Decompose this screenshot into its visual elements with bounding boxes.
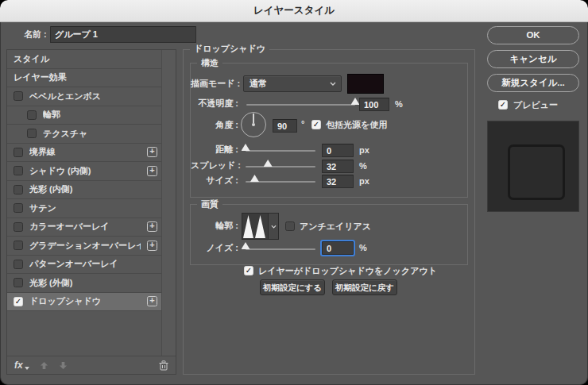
sidebar-item[interactable]: レイヤー効果 bbox=[7, 69, 162, 88]
effect-checkbox[interactable] bbox=[14, 222, 23, 232]
distance-slider-thumb[interactable] bbox=[242, 144, 250, 151]
sidebar-item[interactable]: 光彩 (外側) bbox=[7, 274, 162, 293]
name-input[interactable] bbox=[50, 26, 196, 43]
contour-label: 輪郭 : bbox=[191, 221, 238, 231]
noise-input[interactable] bbox=[322, 241, 354, 255]
effect-checkbox[interactable] bbox=[14, 278, 23, 287]
size-label: サイズ : bbox=[191, 175, 238, 186]
effect-checkbox[interactable] bbox=[14, 148, 23, 157]
preview-label: プレビュー bbox=[513, 100, 558, 110]
contour-picker[interactable] bbox=[242, 213, 279, 240]
move-up-icon[interactable] bbox=[40, 361, 48, 370]
sidebar-item[interactable]: シャドウ (内側) bbox=[7, 162, 162, 181]
add-effect-instance-icon[interactable] bbox=[147, 296, 157, 306]
effect-checkbox[interactable] bbox=[14, 91, 23, 101]
sidebar-item[interactable]: テクスチャ bbox=[7, 125, 162, 144]
sidebar-item-label: ベベルとエンボス bbox=[29, 90, 157, 102]
distance-unit: px bbox=[359, 145, 369, 156]
effect-checkbox[interactable] bbox=[27, 110, 37, 120]
effect-checkbox[interactable] bbox=[14, 203, 23, 213]
effect-checkbox[interactable] bbox=[14, 166, 23, 175]
opacity-input[interactable] bbox=[359, 98, 389, 111]
distance-label: 距離 : bbox=[191, 144, 238, 155]
sidebar-item[interactable]: サテン bbox=[7, 199, 162, 218]
dialog-titlebar: レイヤースタイル bbox=[0, 0, 588, 22]
size-slider[interactable] bbox=[246, 181, 315, 183]
effect-checkbox[interactable] bbox=[14, 297, 23, 306]
noise-slider[interactable] bbox=[246, 248, 315, 250]
sidebar-item-label: グラデーションオーバーレイ bbox=[29, 240, 141, 252]
reset-default-button[interactable]: 初期設定に戻す bbox=[332, 279, 397, 295]
spread-slider[interactable] bbox=[246, 166, 315, 167]
sidebar-item[interactable]: カラーオーバーレイ bbox=[7, 218, 162, 237]
sidebar-item[interactable]: グラデーションオーバーレイ bbox=[7, 237, 162, 256]
quality-group: 画質 輪郭 : アンチエイリアス ノイズ : % bbox=[190, 204, 468, 265]
angle-unit: ° bbox=[301, 119, 304, 129]
angle-dial-center bbox=[252, 123, 255, 126]
sidebar-item-label: カラーオーバーレイ bbox=[29, 221, 141, 233]
new-style-button[interactable]: 新規スタイル... bbox=[487, 74, 579, 92]
sidebar-list: スタイルレイヤー効果ベベルとエンボス輪郭テクスチャ境界線シャドウ (内側)光彩 … bbox=[7, 50, 162, 356]
ok-button[interactable]: OK bbox=[487, 26, 579, 44]
shadow-color-swatch[interactable] bbox=[347, 74, 384, 94]
structure-group-title: 構造 bbox=[197, 58, 222, 68]
fx-caret-icon bbox=[25, 367, 29, 370]
sidebar-item[interactable]: 輪郭 bbox=[7, 106, 162, 125]
add-effect-instance-icon[interactable] bbox=[147, 241, 157, 251]
add-effect-instance-icon[interactable] bbox=[147, 221, 157, 232]
effect-checkbox[interactable] bbox=[14, 185, 23, 194]
opacity-slider[interactable] bbox=[246, 104, 355, 106]
dialog-title: レイヤースタイル bbox=[253, 4, 335, 17]
blend-mode-select[interactable]: 通常 bbox=[243, 75, 342, 92]
size-unit: px bbox=[359, 176, 369, 187]
cancel-button[interactable]: キャンセル bbox=[487, 50, 579, 68]
sidebar-item-label: 光彩 (内側) bbox=[29, 183, 157, 195]
noise-slider-thumb[interactable] bbox=[242, 242, 250, 249]
layer-style-dialog: レイヤースタイル 名前 : OK キャンセル 新規スタイル... プレビュー ス… bbox=[0, 0, 588, 385]
angle-input[interactable] bbox=[273, 119, 297, 133]
effect-checkbox[interactable] bbox=[27, 129, 37, 138]
distance-input[interactable] bbox=[322, 144, 354, 157]
knockout-checkbox[interactable] bbox=[244, 266, 253, 275]
fx-menu-button[interactable]: fx bbox=[14, 360, 29, 371]
global-light-label: 包括光源を使用 bbox=[326, 120, 387, 130]
sidebar-item[interactable]: 光彩 (内側) bbox=[7, 181, 162, 200]
sidebar-item[interactable]: ドロップシャドウ bbox=[7, 293, 162, 312]
move-down-icon[interactable] bbox=[59, 361, 68, 370]
drop-shadow-panel: ドロップシャドウ 構造 描画モード : 通常 不透明度 : % 角度 : bbox=[183, 49, 475, 375]
delete-effect-icon[interactable] bbox=[159, 360, 168, 371]
spread-slider-thumb[interactable] bbox=[264, 160, 273, 167]
sidebar-item[interactable]: ベベルとエンボス bbox=[7, 87, 162, 106]
size-slider-thumb[interactable] bbox=[250, 175, 259, 182]
sidebar-item-label: シャドウ (内側) bbox=[29, 165, 141, 177]
effect-checkbox[interactable] bbox=[14, 260, 23, 269]
contour-dropdown-arrow-icon[interactable] bbox=[268, 214, 278, 239]
sidebar-item[interactable]: パターンオーバーレイ bbox=[7, 256, 162, 275]
angle-label: 角度 : bbox=[191, 120, 238, 130]
global-light-checkbox[interactable] bbox=[311, 120, 321, 129]
sidebar-item-label: 境界線 bbox=[29, 146, 141, 158]
spread-input[interactable] bbox=[322, 160, 354, 173]
add-effect-instance-icon[interactable] bbox=[147, 147, 157, 157]
sidebar-item-label: テクスチャ bbox=[43, 128, 157, 140]
effect-checkbox[interactable] bbox=[14, 241, 23, 250]
sidebar-item[interactable]: 境界線 bbox=[7, 144, 162, 163]
preview-checkbox[interactable] bbox=[498, 100, 508, 110]
opacity-slider-thumb[interactable] bbox=[351, 98, 360, 105]
sidebar-item-label: パターンオーバーレイ bbox=[29, 258, 157, 270]
sidebar-item-label: スタイル bbox=[14, 53, 157, 65]
add-effect-instance-icon[interactable] bbox=[147, 166, 157, 176]
sidebar-item[interactable]: スタイル bbox=[7, 50, 162, 69]
sidebar-scrollbar[interactable] bbox=[161, 50, 176, 356]
sidebar-toolbar: fx bbox=[7, 356, 176, 374]
size-input[interactable] bbox=[322, 175, 354, 188]
distance-slider[interactable] bbox=[246, 150, 315, 152]
angle-dial[interactable] bbox=[241, 112, 266, 137]
sidebar-item-label: レイヤー効果 bbox=[14, 71, 157, 83]
make-default-button[interactable]: 初期設定にする bbox=[260, 279, 325, 295]
sidebar-item-label: サテン bbox=[29, 202, 157, 214]
angle-dial-needle bbox=[253, 114, 254, 123]
spread-unit: % bbox=[359, 161, 367, 171]
anti-alias-checkbox[interactable] bbox=[285, 221, 295, 231]
chevron-down-icon bbox=[330, 82, 336, 86]
